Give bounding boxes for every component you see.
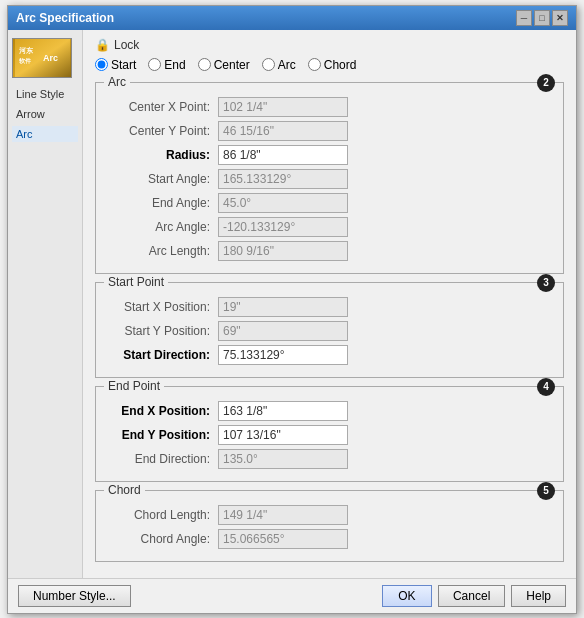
center-x-label: Center X Point: (108, 100, 218, 114)
start-direction-input[interactable] (218, 345, 348, 365)
window-body: 河东 软件 Arc Line Style Arrow Arc 🔒 Lock St… (8, 30, 576, 578)
radio-chord-label: Chord (324, 58, 357, 72)
chord-length-input[interactable] (218, 505, 348, 525)
end-direction-label: End Direction: (108, 452, 218, 466)
arc-specification-window: Arc Specification ─ □ ✕ 河 (7, 5, 577, 614)
end-angle-input[interactable] (218, 193, 348, 213)
arc-section-title: Arc (104, 75, 130, 89)
chord-angle-input[interactable] (218, 529, 348, 549)
arc-section-num: 2 (537, 74, 555, 92)
radius-label: Radius: (108, 148, 218, 162)
end-angle-label: End Angle: (108, 196, 218, 210)
radio-center[interactable]: Center (198, 58, 250, 72)
radio-end-label: End (164, 58, 185, 72)
center-y-input[interactable] (218, 121, 348, 141)
radius-input[interactable] (218, 145, 348, 165)
sidebar: 河东 软件 Arc Line Style Arrow Arc (8, 30, 83, 578)
field-row-radius: Radius: (108, 145, 551, 165)
sidebar-item-line-style[interactable]: Line Style (12, 86, 78, 102)
field-row-start-x: Start X Position: (108, 297, 551, 317)
chord-section-body: Chord Length: Chord Angle: (96, 491, 563, 561)
field-row-start-angle: Start Angle: (108, 169, 551, 189)
sidebar-item-arrow[interactable]: Arrow (12, 106, 78, 122)
svg-text:Arc: Arc (43, 53, 58, 63)
end-point-section-num: 4 (537, 378, 555, 396)
field-row-end-direction: End Direction: (108, 449, 551, 469)
lock-icon: 🔒 (95, 38, 110, 52)
end-y-input[interactable] (218, 425, 348, 445)
chord-angle-label: Chord Angle: (108, 532, 218, 546)
title-bar: Arc Specification ─ □ ✕ (8, 6, 576, 30)
footer: Number Style... OK Cancel Help (8, 578, 576, 613)
start-direction-label: Start Direction: (108, 348, 218, 362)
chord-section: Chord 5 Chord Length: Chord Angle: (95, 490, 564, 562)
lock-label: Lock (114, 38, 139, 52)
start-point-section-num: 3 (537, 274, 555, 292)
center-x-input[interactable] (218, 97, 348, 117)
start-y-label: Start Y Position: (108, 324, 218, 338)
radio-end[interactable]: End (148, 58, 185, 72)
start-y-input[interactable] (218, 321, 348, 341)
ok-button[interactable]: OK (382, 585, 432, 607)
maximize-button[interactable]: □ (534, 10, 550, 26)
arc-section: Arc 2 Center X Point: Center Y Point: Ra… (95, 82, 564, 274)
field-row-start-y: Start Y Position: (108, 321, 551, 341)
field-row-end-x: End X Position: (108, 401, 551, 421)
end-point-section-body: End X Position: End Y Position: End Dire… (96, 387, 563, 481)
arc-angle-input[interactable] (218, 217, 348, 237)
end-y-label: End Y Position: (108, 428, 218, 442)
start-angle-input[interactable] (218, 169, 348, 189)
radio-arc[interactable]: Arc (262, 58, 296, 72)
svg-text:河东: 河东 (19, 46, 34, 54)
end-direction-input[interactable] (218, 449, 348, 469)
main-content: 🔒 Lock Start End Center (83, 30, 576, 578)
field-row-center-x: Center X Point: (108, 97, 551, 117)
field-row-chord-length: Chord Length: (108, 505, 551, 525)
arc-length-input[interactable] (218, 241, 348, 261)
close-button[interactable]: ✕ (552, 10, 568, 26)
end-x-label: End X Position: (108, 404, 218, 418)
start-point-section-title: Start Point (104, 275, 168, 289)
chord-section-num: 5 (537, 482, 555, 500)
radio-arc-label: Arc (278, 58, 296, 72)
start-x-label: Start X Position: (108, 300, 218, 314)
field-row-center-y: Center Y Point: (108, 121, 551, 141)
end-point-section: End Point 4 End X Position: End Y Positi… (95, 386, 564, 482)
radio-center-label: Center (214, 58, 250, 72)
arc-section-body: Center X Point: Center Y Point: Radius: … (96, 83, 563, 273)
radio-start-label: Start (111, 58, 136, 72)
sidebar-item-arc[interactable]: Arc (12, 126, 78, 142)
minimize-button[interactable]: ─ (516, 10, 532, 26)
help-button[interactable]: Help (511, 585, 566, 607)
start-x-input[interactable] (218, 297, 348, 317)
chord-length-label: Chord Length: (108, 508, 218, 522)
start-angle-label: Start Angle: (108, 172, 218, 186)
cancel-button[interactable]: Cancel (438, 585, 505, 607)
field-row-arc-angle: Arc Angle: (108, 217, 551, 237)
start-point-section-body: Start X Position: Start Y Position: Star… (96, 283, 563, 377)
window-title: Arc Specification (16, 11, 114, 25)
field-row-start-direction: Start Direction: (108, 345, 551, 365)
title-bar-buttons: ─ □ ✕ (516, 10, 568, 26)
center-y-label: Center Y Point: (108, 124, 218, 138)
field-row-end-angle: End Angle: (108, 193, 551, 213)
field-row-end-y: End Y Position: (108, 425, 551, 445)
footer-right-buttons: OK Cancel Help (382, 585, 566, 607)
arc-length-label: Arc Length: (108, 244, 218, 258)
chord-section-title: Chord (104, 483, 145, 497)
end-x-input[interactable] (218, 401, 348, 421)
field-row-chord-angle: Chord Angle: (108, 529, 551, 549)
sidebar-logo: 河东 软件 Arc (12, 38, 72, 78)
start-point-section: Start Point 3 Start X Position: Start Y … (95, 282, 564, 378)
end-point-section-title: End Point (104, 379, 164, 393)
radio-chord[interactable]: Chord (308, 58, 357, 72)
lock-row: 🔒 Lock (95, 38, 564, 52)
radio-start[interactable]: Start (95, 58, 136, 72)
arc-angle-label: Arc Angle: (108, 220, 218, 234)
number-style-button[interactable]: Number Style... (18, 585, 131, 607)
field-row-arc-length: Arc Length: (108, 241, 551, 261)
lock-radio-group: Start End Center Arc Chord (95, 58, 564, 72)
svg-text:软件: 软件 (18, 57, 32, 64)
